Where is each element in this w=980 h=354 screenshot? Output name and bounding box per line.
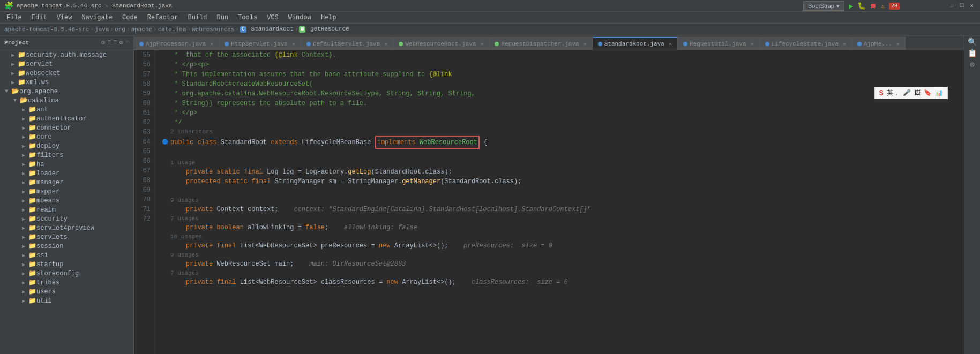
sidebar-item-startup[interactable]: ▶ 📁 startup (0, 260, 133, 269)
sidebar-item-storeconfig[interactable]: ▶ 📁 storeconfig (0, 269, 133, 278)
tab-close[interactable]: ✕ (210, 41, 213, 47)
menu-item-navigate[interactable]: Navigate (77, 13, 117, 22)
right-toolbar-icon-2[interactable]: 📋 (968, 49, 977, 58)
tab-standardroot[interactable]: StandardRoot.java ✕ (593, 37, 678, 50)
ime-icon-3[interactable]: 🔖 (924, 89, 932, 97)
ime-mic-icon[interactable]: 🎤 (903, 89, 911, 97)
sidebar-item-xml-ws[interactable]: ▶ 📁 xml.ws (0, 78, 133, 87)
breadcrumb-item-org[interactable]: org (115, 26, 125, 33)
sidebar-item-ant[interactable]: ▶ 📁 ant (0, 105, 133, 114)
tree-arrow: ▶ (19, 261, 28, 268)
sidebar-item-deploy[interactable]: ▶ 📁 deploy (0, 141, 133, 150)
tab-close[interactable]: ✕ (669, 41, 672, 47)
sidebar-item-users[interactable]: ▶ 📁 users (0, 287, 133, 296)
right-toolbar-icon-3[interactable]: ⚙ (970, 60, 974, 69)
sidebar-item-catalina[interactable]: ▼ 📂 catalina (0, 96, 133, 105)
bootstrap-button[interactable]: BootStrap ▾ (803, 1, 844, 11)
tab-requestutil[interactable]: RequestUtil.java ✕ (678, 37, 760, 50)
sidebar-item-ha[interactable]: ▶ 📁 ha (0, 160, 133, 169)
tree-arrow: ▶ (19, 280, 28, 286)
breadcrumb-item-standardroot[interactable]: C StandardRoot (240, 26, 294, 32)
ime-icon-2[interactable]: 🖼 (914, 89, 921, 97)
tree-arrow: ▶ (19, 161, 28, 168)
breadcrumb-item-java[interactable]: java (95, 26, 109, 33)
menu-item-code[interactable]: Code (118, 13, 142, 22)
close-button[interactable]: ✕ (968, 2, 976, 9)
tab-close[interactable]: ✕ (843, 41, 846, 47)
sidebar-item-manager[interactable]: ▶ 📁 manager (0, 178, 133, 187)
right-toolbar-icon-1[interactable]: 🔍 (968, 37, 977, 47)
sidebar-item-label: ha (36, 161, 44, 168)
sidebar-item-websocket[interactable]: ▶ 📁 websocket (0, 69, 133, 78)
tree-arrow: ▶ (19, 298, 28, 304)
tab-lifecyclestate[interactable]: LifecycleState.java ✕ (760, 37, 852, 50)
tab-close[interactable]: ✕ (480, 41, 483, 47)
tab-close[interactable]: ✕ (292, 41, 295, 47)
run-icon[interactable]: ▶ (849, 2, 853, 11)
menu-item-edit[interactable]: Edit (27, 13, 51, 22)
sidebar-item-realm[interactable]: ▶ 📁 realm (0, 205, 133, 214)
folder-icon: 📁 (28, 242, 36, 250)
tab-httpservlet[interactable]: HttpServlet.java ✕ (219, 37, 301, 50)
sidebar-item-servlet[interactable]: ▶ 📁 servlet (0, 59, 133, 69)
ime-icon-4[interactable]: 📊 (935, 89, 943, 97)
sidebar-title: Project (4, 40, 29, 46)
sidebar-item-label: mapper (36, 188, 59, 195)
code-content[interactable]: 55 56 57 58 59 60 61 62 63 64 65 66 67 6… (134, 50, 964, 354)
usage-hint-71: 9 usages (160, 251, 960, 259)
tab-close[interactable]: ✕ (384, 41, 387, 47)
tree-arrow: ▶ (19, 143, 28, 149)
warning-count: 20 (889, 3, 900, 10)
tab-ajpme[interactable]: AjpMe... ✕ (852, 37, 906, 50)
sidebar-item-mapper[interactable]: ▶ 📁 mapper (0, 187, 133, 196)
sidebar-item-security[interactable]: ▶ 📁 security (0, 214, 133, 223)
menu-item-build[interactable]: Build (183, 13, 211, 22)
sidebar-icon-gear[interactable]: ⚙ (119, 39, 123, 47)
debug-icon-toolbar[interactable]: 🐛 (857, 2, 866, 10)
sidebar-item-util[interactable]: ▶ 📁 util (0, 296, 133, 305)
sidebar-item-servlet4preview[interactable]: ▶ 📁 servlet4preview (0, 223, 133, 232)
breadcrumb-item-catalina[interactable]: catalina (158, 26, 186, 33)
maximize-button[interactable]: □ (958, 2, 966, 9)
sidebar-item-org-apache[interactable]: ▼ 📂 org.apache (0, 87, 133, 96)
menu-item-help[interactable]: Help (317, 13, 341, 22)
tab-requestdispatcher[interactable]: RequestDispatcher.java ✕ (489, 37, 592, 50)
sidebar-icon-expand[interactable]: ≡ (107, 39, 111, 47)
sidebar-icon-settings[interactable]: ⚙ (101, 39, 105, 47)
sidebar-item-ssi[interactable]: ▶ 📁 ssi (0, 251, 133, 260)
menu-item-tools[interactable]: Tools (234, 13, 261, 22)
sidebar-item-connector[interactable]: ▶ 📁 connector (0, 123, 133, 132)
tab-ajpprocessor[interactable]: AjpProcessor.java ✕ (134, 37, 219, 50)
tab-close[interactable]: ✕ (583, 41, 587, 47)
sidebar-item-tribes[interactable]: ▶ 📁 tribes (0, 278, 133, 287)
menu-item-view[interactable]: View (53, 13, 77, 22)
sidebar-item-session[interactable]: ▶ 📁 session (0, 242, 133, 251)
tab-close[interactable]: ✕ (751, 41, 754, 47)
sidebar-icon-collapse[interactable]: ≡ (113, 39, 117, 47)
menu-item-file[interactable]: File (2, 13, 26, 22)
sidebar-item-security-auth-message[interactable]: ▶ 📁 security.auth.message (0, 50, 133, 59)
stop-icon[interactable]: ⏹ (870, 2, 877, 10)
menu-item-vcs[interactable]: VCS (263, 13, 283, 22)
code-line: * </p> (160, 108, 960, 118)
menu-item-refactor[interactable]: Refactor (143, 13, 183, 22)
minimize-button[interactable]: ─ (948, 2, 956, 9)
breadcrumb-item-root[interactable]: apache-tomcat-8.5.46-src (4, 26, 89, 33)
sidebar-item-servlets[interactable]: ▶ 📁 servlets (0, 232, 133, 242)
breadcrumb-item-apache[interactable]: apache (131, 26, 152, 33)
sidebar-item-loader[interactable]: ▶ 📁 loader (0, 169, 133, 178)
menu-item-run[interactable]: Run (212, 13, 233, 22)
sidebar-item-core[interactable]: ▶ 📁 core (0, 132, 133, 141)
sidebar-item-mbeans[interactable]: ▶ 📁 mbeans (0, 196, 133, 205)
sidebar-item-filters[interactable]: ▶ 📁 filters (0, 150, 133, 160)
breadcrumb-item-webresources[interactable]: webresources (192, 26, 234, 33)
tab-defaultservlet[interactable]: DefaultServlet.java ✕ (301, 37, 393, 50)
breadcrumb-item-getresource[interactable]: m getResource (299, 26, 349, 32)
code-editor[interactable]: * that of the associated {@link Context}… (155, 50, 964, 354)
tree-arrow: ▶ (19, 234, 28, 240)
menu-item-window[interactable]: Window (284, 13, 316, 22)
sidebar-item-authenticator[interactable]: ▶ 📁 authenticator (0, 114, 133, 123)
tab-webresourceroot[interactable]: WebResourceRoot.java ✕ (393, 37, 489, 50)
tab-close[interactable]: ✕ (896, 41, 900, 47)
sidebar-icon-minus[interactable]: — (125, 39, 129, 47)
